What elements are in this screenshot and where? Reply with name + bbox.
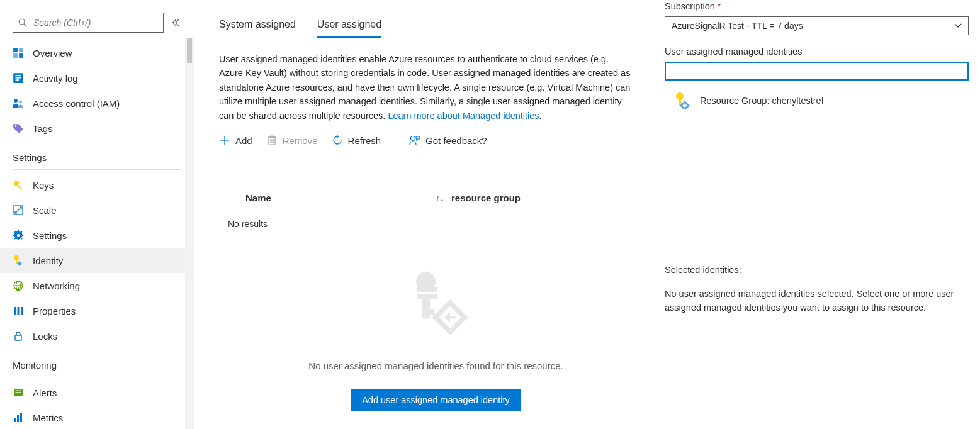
add-uami-button[interactable]: Add user assigned managed identity	[351, 389, 521, 411]
add-panel: Subscription * AzureSignalR Test - TTL =…	[653, 0, 980, 429]
tab-user-assigned[interactable]: User assigned	[317, 15, 381, 38]
svg-rect-8	[16, 77, 21, 79]
main-content: System assigned User assigned User assig…	[194, 0, 653, 429]
properties-icon	[13, 305, 24, 316]
empty-state: No user assigned managed identities foun…	[219, 266, 653, 429]
empty-text: No user assigned managed identities foun…	[308, 360, 563, 371]
sidebar-item-label: Identity	[33, 255, 63, 266]
sidebar-item-label: Networking	[33, 281, 80, 291]
toolbar-label: Add	[235, 135, 252, 146]
column-name[interactable]: Name	[245, 192, 429, 203]
sidebar-item-scale[interactable]: Scale	[0, 198, 194, 223]
section-header-settings: Settings	[0, 141, 194, 167]
svg-point-11	[19, 101, 22, 104]
svg-rect-33	[18, 307, 20, 315]
activity-log-icon	[13, 72, 24, 84]
svg-rect-41	[20, 413, 22, 422]
sidebar-item-label: Metrics	[33, 413, 63, 423]
selected-identities-desc: No user assigned managed identities sele…	[665, 287, 969, 315]
metrics-icon	[13, 412, 24, 423]
svg-line-22	[14, 231, 16, 233]
subscription-value: AzureSignalR Test - TTL = 7 days	[672, 21, 803, 31]
keys-icon	[13, 179, 24, 191]
tab-system-assigned[interactable]: System assigned	[219, 15, 296, 38]
resource-group-label: Resource Group: chenyltestref	[700, 96, 824, 106]
svg-point-13	[14, 181, 19, 186]
search-icon	[18, 18, 27, 27]
sidebar-item-keys[interactable]: Keys	[0, 172, 194, 198]
subscription-select[interactable]: AzureSignalR Test - TTL = 7 days	[665, 16, 969, 35]
svg-rect-40	[17, 415, 19, 422]
description-text: User assigned managed identities enable …	[219, 52, 634, 123]
svg-point-17	[17, 234, 20, 237]
selected-identities-header: Selected identities:	[665, 265, 969, 275]
sidebar-item-networking[interactable]: Networking	[0, 273, 194, 298]
svg-rect-38	[16, 392, 21, 393]
uami-label: User assigned managed identities	[665, 47, 969, 57]
sidebar-item-access-control[interactable]: Access control (IAM)	[0, 91, 194, 116]
learn-more-link[interactable]: Learn more about Managed identities	[388, 111, 539, 121]
identity-icon	[13, 255, 24, 266]
sidebar-scrollbar[interactable]	[185, 38, 194, 429]
refresh-icon	[332, 135, 343, 146]
sort-icon[interactable]: ↑↓	[429, 192, 451, 203]
sidebar-item-identity[interactable]: Identity	[0, 248, 194, 273]
search-input[interactable]	[32, 17, 158, 28]
divider	[13, 169, 181, 170]
toolbar-divider	[395, 134, 395, 147]
uami-input[interactable]	[665, 62, 969, 81]
feedback-icon	[409, 135, 420, 146]
svg-rect-7	[16, 75, 21, 77]
add-button[interactable]: Add	[219, 135, 252, 146]
svg-rect-35	[15, 335, 21, 340]
sidebar-item-alerts[interactable]: Alerts	[0, 380, 194, 405]
sidebar-item-tags[interactable]: Tags	[0, 116, 194, 141]
toolbar-label: Got feedback?	[425, 135, 487, 146]
sidebar-item-label: Scale	[33, 205, 57, 216]
chevron-down-icon	[954, 22, 962, 30]
svg-point-12	[15, 125, 17, 127]
sidebar: Overview Activity log Access control (IA…	[0, 0, 194, 429]
svg-rect-3	[19, 48, 23, 52]
svg-line-1	[24, 24, 26, 26]
collapse-sidebar-button[interactable]	[170, 18, 181, 27]
sidebar-item-settings[interactable]: Settings	[0, 223, 194, 248]
svg-rect-53	[417, 287, 437, 292]
tabs: System assigned User assigned	[219, 15, 653, 38]
sidebar-item-label: Properties	[33, 306, 76, 316]
sidebar-item-label: Activity log	[33, 73, 78, 84]
svg-rect-32	[14, 307, 16, 315]
networking-icon	[13, 280, 24, 291]
remove-button: Remove	[266, 135, 318, 146]
sidebar-item-metrics[interactable]: Metrics	[0, 405, 194, 429]
scale-icon	[13, 204, 24, 216]
svg-point-50	[411, 136, 415, 141]
sidebar-item-overview[interactable]: Overview	[0, 40, 194, 65]
search-input-wrapper[interactable]	[13, 13, 164, 33]
svg-line-24	[14, 238, 16, 239]
sidebar-item-label: Tags	[33, 123, 53, 134]
svg-rect-9	[16, 79, 20, 81]
svg-line-25	[21, 231, 22, 233]
svg-rect-37	[16, 391, 21, 391]
toolbar-label: Remove	[283, 135, 318, 146]
column-resource-group[interactable]: resource group	[451, 192, 634, 203]
toolbar-label: Refresh	[348, 135, 381, 146]
sidebar-item-activity-log[interactable]: Activity log	[0, 65, 194, 91]
sidebar-item-label: Alerts	[33, 387, 57, 398]
refresh-button[interactable]: Refresh	[332, 135, 381, 146]
svg-rect-5	[19, 53, 23, 58]
sidebar-item-label: Access control (IAM)	[33, 98, 120, 109]
access-control-icon	[13, 98, 24, 109]
svg-rect-56	[422, 309, 435, 315]
resource-group-item[interactable]: Resource Group: chenyltestref	[665, 92, 969, 120]
identity-icon	[673, 92, 691, 109]
sidebar-item-locks[interactable]: Locks	[0, 323, 194, 348]
sidebar-item-properties[interactable]: Properties	[0, 298, 194, 323]
svg-rect-34	[21, 307, 23, 315]
alerts-icon	[13, 387, 24, 398]
sidebar-item-label: Overview	[33, 48, 72, 58]
sidebar-item-label: Settings	[33, 230, 67, 241]
feedback-button[interactable]: Got feedback?	[409, 135, 487, 146]
svg-rect-54	[417, 294, 437, 299]
